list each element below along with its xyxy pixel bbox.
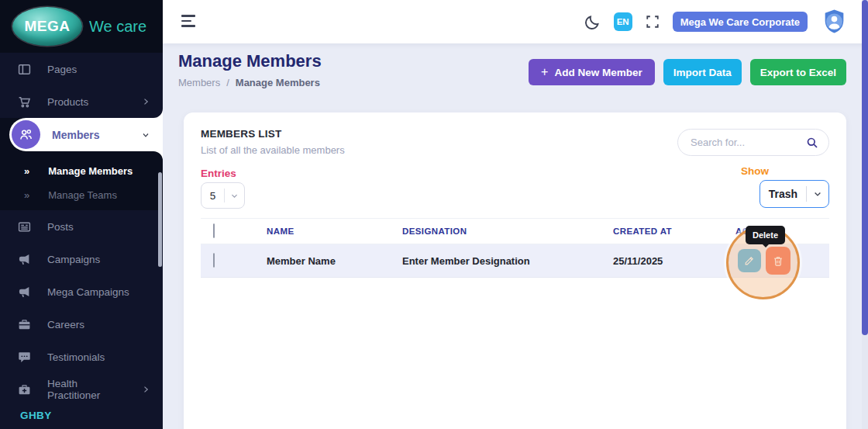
pill-curve-top xyxy=(150,109,163,118)
sidebar-item-campaigns[interactable]: Campaigns xyxy=(0,243,163,275)
brand-logo[interactable]: MEGA We care xyxy=(0,0,163,53)
sidebar-item-label: Mega Campaigns xyxy=(47,286,150,298)
export-to-excel-button[interactable]: Export to Excel xyxy=(750,59,846,85)
language-badge[interactable]: EN xyxy=(614,12,632,31)
briefcase-icon xyxy=(18,318,31,331)
sidebar-subitem-label: Manage Members xyxy=(48,165,133,177)
pill-curve-bottom xyxy=(150,151,163,161)
members-icon xyxy=(12,120,40,149)
chevron-down-icon xyxy=(807,189,828,199)
double-chevron-icon: » xyxy=(24,165,29,177)
chevron-down-icon xyxy=(141,130,150,140)
sidebar-scrollbar-thumb[interactable] xyxy=(158,172,162,267)
card-subtitle: List of all the available members xyxy=(201,144,345,156)
mega-logo-ellipse: MEGA xyxy=(12,7,82,46)
entries-select[interactable]: 5 xyxy=(201,182,245,209)
cart-icon xyxy=(18,95,31,109)
page-title: Manage Members xyxy=(178,51,322,71)
topbar-actions: EN Mega We Care Corporate xyxy=(585,0,848,43)
sidebar-nav: Pages Products Members xyxy=(0,53,163,406)
sidebar-item-careers[interactable]: Careers xyxy=(0,308,163,341)
page-scrollbar[interactable] xyxy=(862,0,868,429)
megaphone-icon xyxy=(18,285,31,299)
sidebar-subitem-manage-members[interactable]: » Manage Members xyxy=(0,159,163,183)
sidebar-item-label: Pages xyxy=(47,64,150,75)
sidebar-item-label: Testimonials xyxy=(47,351,150,363)
member-created-at-cell: 25/11/2025 xyxy=(613,255,735,267)
sidebar-item-members[interactable]: Members xyxy=(9,118,163,151)
sidebar-item-health-practitioner[interactable]: Health Practitioner xyxy=(0,373,163,406)
chevron-right-icon xyxy=(141,97,150,106)
search-icon[interactable] xyxy=(806,137,818,149)
entries-value: 5 xyxy=(202,190,224,202)
sidebar-item-label: Careers xyxy=(47,319,150,330)
member-designation-cell: Enter Member Designation xyxy=(402,255,613,267)
select-all-checkbox[interactable] xyxy=(213,223,215,238)
page-scrollbar-thumb[interactable] xyxy=(862,0,868,335)
mega-logo-text: MEGA xyxy=(25,18,71,35)
search-input[interactable] xyxy=(691,130,799,155)
account-button[interactable]: Mega We Care Corporate xyxy=(673,12,808,32)
sidebar-item-mega-campaigns[interactable]: Mega Campaigns xyxy=(0,275,163,308)
pages-icon xyxy=(18,63,31,76)
page-header: Manage Members Members / Manage Members xyxy=(178,51,322,88)
chevron-down-icon xyxy=(225,192,244,200)
sidebar-members-section: Members » Manage Members » Manage Teams xyxy=(0,118,163,210)
double-chevron-icon: » xyxy=(24,189,29,201)
breadcrumb-parent[interactable]: Members xyxy=(178,77,220,88)
member-name-cell: Member Name xyxy=(267,255,402,267)
sidebar-item-label: Campaigns xyxy=(47,254,150,265)
breadcrumb-current: Manage Members xyxy=(236,77,320,88)
add-new-member-button[interactable]: + Add New Member xyxy=(529,59,655,85)
sidebar-item-posts[interactable]: Posts xyxy=(0,210,163,243)
chat-icon xyxy=(18,351,31,364)
topbar: EN Mega We Care Corporate xyxy=(163,0,868,43)
medkit-icon xyxy=(18,383,31,396)
column-header-designation: DESIGNATION xyxy=(402,227,613,236)
import-data-button[interactable]: Import Data xyxy=(663,59,742,85)
sidebar-subitem-manage-teams[interactable]: » Manage Teams xyxy=(0,183,163,207)
row-checkbox[interactable] xyxy=(213,253,215,268)
dark-mode-moon-icon[interactable] xyxy=(585,14,601,29)
breadcrumb-separator: / xyxy=(226,77,229,88)
show-select[interactable]: Trash xyxy=(760,180,829,208)
brand-tagline: We care xyxy=(89,18,146,36)
sidebar-item-products[interactable]: Products xyxy=(0,85,163,118)
newspaper-icon xyxy=(18,220,31,234)
delete-tooltip: Delete xyxy=(746,226,785,244)
sidebar: MEGA We care Pages Products xyxy=(0,0,163,429)
megaphone-icon xyxy=(18,253,31,266)
page-toolbar: + Add New Member Import Data Export to E… xyxy=(529,59,846,85)
sidebar-section-ghby: GHBY xyxy=(20,410,52,421)
fullscreen-icon[interactable] xyxy=(646,15,660,29)
sidebar-item-testimonials[interactable]: Testimonials xyxy=(0,341,163,373)
avatar[interactable] xyxy=(821,9,848,36)
sidebar-item-pages[interactable]: Pages xyxy=(0,53,163,85)
chevron-right-icon xyxy=(141,385,150,394)
sidebar-item-label: Products xyxy=(47,96,125,108)
show-value: Trash xyxy=(760,188,806,200)
column-header-name: NAME xyxy=(267,227,402,236)
entries-label: Entries xyxy=(201,168,236,179)
sidebar-item-label: Health Practitioner xyxy=(47,378,125,401)
show-label: Show xyxy=(741,165,769,177)
search-field[interactable] xyxy=(677,129,829,156)
card-title: MEMBERS LIST xyxy=(201,128,281,140)
plus-icon: + xyxy=(541,65,548,79)
sidebar-item-label: Members xyxy=(52,129,129,141)
sidebar-item-label: Posts xyxy=(47,221,150,233)
menu-toggle-icon[interactable] xyxy=(181,15,195,27)
breadcrumb: Members / Manage Members xyxy=(178,77,322,88)
column-header-created-at: CREATED AT xyxy=(613,227,735,236)
sidebar-subitem-label: Manage Teams xyxy=(48,189,117,201)
